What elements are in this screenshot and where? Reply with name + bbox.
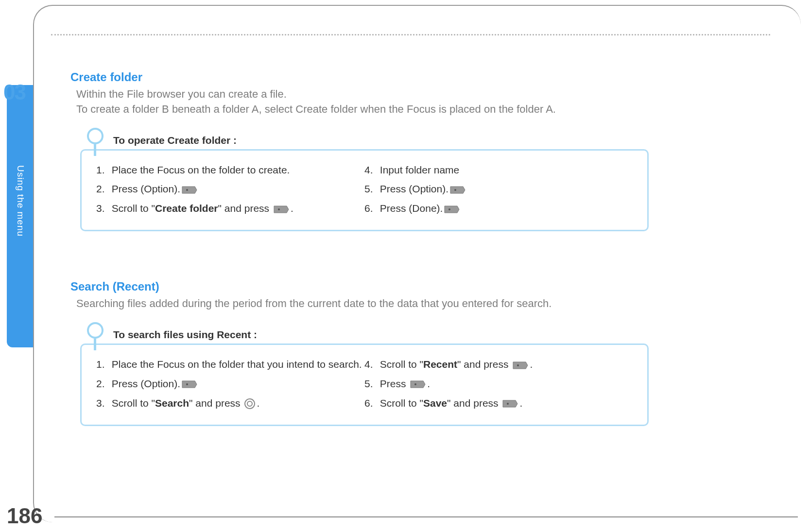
svg-point-11 bbox=[247, 401, 252, 406]
step-row: 1. Place the Focus on the folder to crea… bbox=[96, 160, 364, 180]
softkey-icon bbox=[181, 380, 198, 389]
steps-right-col: 4. Scroll to "Recent" and press .5. Pres… bbox=[364, 355, 633, 413]
svg-point-15 bbox=[414, 383, 416, 385]
callout-box: 1. Place the Focus on the folder that yo… bbox=[80, 343, 649, 426]
svg-marker-0 bbox=[182, 187, 197, 193]
content-area: Create folder Within the File browser yo… bbox=[70, 70, 770, 460]
callout-create-folder: To operate Create folder : 1. Place the … bbox=[80, 132, 770, 232]
svg-marker-12 bbox=[513, 362, 528, 369]
steps-left-col: 1. Place the Focus on the folder that yo… bbox=[96, 355, 364, 413]
step-row: 5. Press . bbox=[364, 374, 633, 394]
softkey-icon bbox=[444, 205, 460, 214]
page-number: 186 bbox=[7, 504, 42, 528]
svg-point-10 bbox=[245, 399, 255, 409]
step-row: 6. Press (Done). bbox=[364, 199, 633, 218]
steps-right-col: 4. Input folder name5. Press (Option).6.… bbox=[364, 160, 633, 219]
step-row: 4. Scroll to "Recent" and press . bbox=[364, 355, 633, 374]
svg-point-3 bbox=[278, 208, 280, 210]
ok-circle-icon bbox=[244, 398, 256, 410]
svg-marker-14 bbox=[411, 381, 425, 388]
callout-ring-icon bbox=[87, 128, 103, 144]
step-row: 1. Place the Focus on the folder that yo… bbox=[96, 355, 364, 374]
chapter-label: Using the menu bbox=[15, 165, 26, 237]
svg-point-9 bbox=[186, 383, 188, 385]
page-number-rule bbox=[54, 516, 798, 517]
svg-marker-16 bbox=[503, 400, 517, 407]
desc-line: Searching files added during the period … bbox=[76, 297, 551, 309]
svg-marker-4 bbox=[450, 187, 465, 193]
svg-marker-8 bbox=[182, 381, 197, 388]
svg-marker-6 bbox=[445, 206, 459, 213]
callout-stem-icon bbox=[94, 339, 96, 350]
step-row: 5. Press (Option). bbox=[364, 179, 633, 199]
desc-line: Within the File browser you can create a… bbox=[76, 88, 287, 100]
softkey-icon bbox=[502, 399, 518, 408]
softkey-icon bbox=[181, 186, 198, 194]
section-title-search-recent: Search (Recent) bbox=[70, 280, 770, 293]
callout-search-recent: To search files using Recent : 1. Place … bbox=[80, 326, 770, 426]
section-desc-create-folder: Within the File browser you can create a… bbox=[76, 87, 770, 117]
callout-ring-icon bbox=[87, 322, 103, 339]
svg-point-17 bbox=[507, 403, 509, 405]
step-row: 3. Scroll to "Create folder" and press . bbox=[96, 199, 364, 218]
step-row: 4. Input folder name bbox=[364, 160, 633, 180]
step-row: 6. Scroll to "Save" and press . bbox=[364, 394, 633, 413]
section-title-create-folder: Create folder bbox=[70, 70, 770, 84]
desc-line: To create a folder B beneath a folder A,… bbox=[76, 103, 556, 115]
step-row: 2. Press (Option). bbox=[96, 179, 364, 199]
svg-point-5 bbox=[454, 189, 456, 191]
softkey-icon bbox=[410, 380, 426, 389]
dotted-divider bbox=[51, 34, 770, 35]
step-row: 3. Scroll to "Search" and press . bbox=[96, 394, 364, 413]
softkey-icon bbox=[449, 186, 466, 194]
chapter-number: 03 bbox=[3, 80, 25, 104]
svg-point-1 bbox=[186, 189, 188, 191]
softkey-icon bbox=[273, 205, 290, 214]
svg-point-7 bbox=[448, 208, 450, 210]
svg-point-13 bbox=[517, 364, 519, 366]
step-row: 2. Press (Option). bbox=[96, 374, 364, 394]
callout-stem-icon bbox=[94, 144, 96, 156]
steps-left-col: 1. Place the Focus on the folder to crea… bbox=[96, 160, 364, 219]
callout-box: 1. Place the Focus on the folder to crea… bbox=[80, 149, 649, 232]
section-desc-search-recent: Searching files added during the period … bbox=[76, 296, 770, 311]
softkey-icon bbox=[512, 361, 529, 370]
callout-heading: To operate Create folder : bbox=[113, 135, 770, 146]
callout-heading: To search files using Recent : bbox=[113, 329, 770, 341]
svg-marker-2 bbox=[274, 206, 289, 213]
